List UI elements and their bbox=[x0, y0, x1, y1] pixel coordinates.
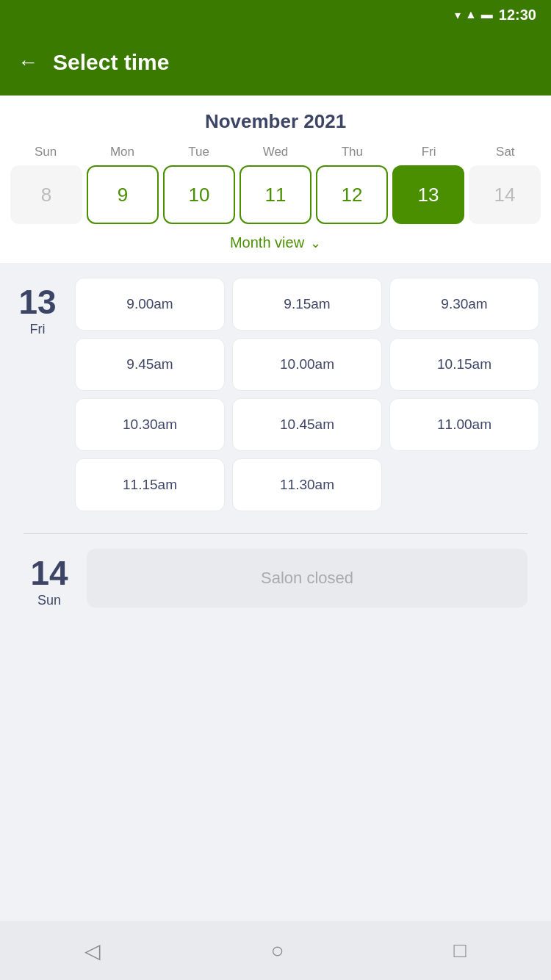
closed-slots-14: Salon closed bbox=[87, 549, 527, 608]
wifi-icon: ▾ bbox=[455, 8, 461, 22]
day-label-14: 14 Sun bbox=[24, 549, 75, 608]
slots-grid-13: 9.00am 9.15am 9.30am 9.45am 10.00am 10.1… bbox=[75, 278, 539, 511]
cal-day-14[interactable]: 14 bbox=[469, 165, 541, 224]
cal-day-9[interactable]: 9 bbox=[87, 165, 159, 224]
month-year-label: November 2021 bbox=[7, 110, 544, 133]
day-header-tue: Tue bbox=[161, 145, 237, 159]
page-title: Select time bbox=[53, 50, 169, 75]
time-slot-900[interactable]: 9.00am bbox=[75, 278, 225, 331]
cal-day-13[interactable]: 13 bbox=[392, 165, 464, 224]
day-name-14: Sun bbox=[37, 593, 61, 608]
cal-day-8[interactable]: 8 bbox=[10, 165, 82, 224]
nav-recent-button[interactable] bbox=[454, 939, 467, 962]
cal-day-12[interactable]: 12 bbox=[316, 165, 388, 224]
header: ← Select time bbox=[0, 29, 551, 96]
time-slot-1015[interactable]: 10.15am bbox=[389, 338, 539, 391]
cal-day-11[interactable]: 11 bbox=[240, 165, 311, 224]
back-button[interactable]: ← bbox=[18, 51, 38, 74]
day-block-13: 13 Fri 9.00am 9.15am 9.30am 9.45am 10.00… bbox=[12, 278, 539, 511]
chevron-down-icon: ⌄ bbox=[310, 235, 321, 251]
day-headers: Sun Mon Tue Wed Thu Fri Sat bbox=[7, 145, 544, 159]
salon-closed-label: Salon closed bbox=[87, 549, 527, 608]
day-header-mon: Mon bbox=[84, 145, 160, 159]
day-number-13: 13 bbox=[18, 285, 56, 319]
day-header-wed: Wed bbox=[237, 145, 314, 159]
nav-bar bbox=[0, 921, 551, 980]
month-view-label: Month view bbox=[230, 234, 304, 251]
day-label-13: 13 Fri bbox=[12, 278, 63, 511]
section-divider bbox=[24, 533, 527, 534]
time-slot-945[interactable]: 9.45am bbox=[75, 338, 225, 391]
day-header-thu: Thu bbox=[314, 145, 390, 159]
nav-back-button[interactable] bbox=[84, 939, 101, 963]
status-bar: ▾ ▲ ▬ 12:30 bbox=[0, 0, 551, 29]
time-slot-915[interactable]: 9.15am bbox=[232, 278, 382, 331]
time-slot-1130[interactable]: 11.30am bbox=[232, 458, 382, 511]
time-slot-1115[interactable]: 11.15am bbox=[75, 458, 225, 511]
time-slot-1045[interactable]: 10.45am bbox=[232, 398, 382, 451]
day-header-sat: Sat bbox=[467, 145, 544, 159]
cal-day-10[interactable]: 10 bbox=[163, 165, 235, 224]
time-slot-1030[interactable]: 10.30am bbox=[75, 398, 225, 451]
time-section: 13 Fri 9.00am 9.15am 9.30am 9.45am 10.00… bbox=[0, 263, 551, 645]
day-number-14: 14 bbox=[30, 556, 68, 590]
status-icons: ▾ ▲ ▬ bbox=[455, 8, 493, 22]
day-name-13: Fri bbox=[30, 322, 46, 337]
nav-home-button[interactable] bbox=[270, 938, 284, 963]
battery-icon: ▬ bbox=[481, 8, 493, 21]
day-block-14: 14 Sun Salon closed bbox=[12, 549, 539, 608]
calendar-row: 8 9 10 11 12 13 14 bbox=[7, 165, 544, 224]
calendar-section: November 2021 Sun Mon Tue Wed Thu Fri Sa… bbox=[0, 96, 551, 263]
time-slot-930[interactable]: 9.30am bbox=[389, 278, 539, 331]
month-view-toggle[interactable]: Month view ⌄ bbox=[7, 224, 544, 256]
time-slot-1000[interactable]: 10.00am bbox=[232, 338, 382, 391]
signal-icon: ▲ bbox=[465, 8, 477, 21]
status-time: 12:30 bbox=[499, 7, 536, 24]
time-slot-1100[interactable]: 11.00am bbox=[389, 398, 539, 451]
day-header-sun: Sun bbox=[7, 145, 84, 159]
day-header-fri: Fri bbox=[390, 145, 467, 159]
